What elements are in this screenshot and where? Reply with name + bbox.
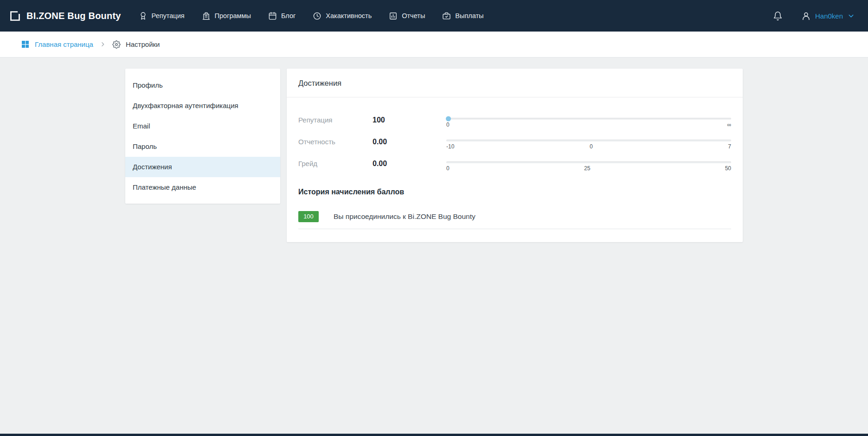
- achievements-panel: Достижения Репутация 100 0 ∞: [287, 69, 743, 242]
- metric-value: 100: [373, 115, 446, 125]
- nav-item-label: Блог: [281, 12, 296, 19]
- grade-scale: 0 25 50: [446, 159, 731, 172]
- bizone-logo-icon: [9, 10, 21, 22]
- nav-item-label: Выплаты: [455, 12, 483, 19]
- nav-item-label: Репутация: [152, 12, 185, 19]
- settings-item-payment-data[interactable]: Платежные данные: [125, 177, 280, 198]
- top-navbar: BI.ZONE Bug Bounty Репутация Программы: [0, 0, 868, 32]
- breadcrumb-home-link[interactable]: Главная страница: [21, 40, 93, 49]
- programs-icon: [202, 12, 211, 20]
- tick-mid: 0: [590, 143, 593, 150]
- metric-label: Отчетность: [298, 137, 373, 147]
- breadcrumb-current-label: Настройки: [126, 40, 160, 48]
- payouts-icon: [442, 12, 451, 20]
- settings-item-profile[interactable]: Профиль: [125, 75, 280, 96]
- scale-track: [446, 161, 731, 163]
- scale-track: [446, 118, 731, 120]
- tick-left: 0: [446, 165, 450, 172]
- notifications-button[interactable]: [773, 11, 783, 21]
- tick-right: ∞: [727, 122, 731, 128]
- breadcrumb-home-label: Главная страница: [35, 40, 93, 48]
- home-grid-icon: [21, 40, 30, 49]
- reports-icon: [389, 12, 398, 20]
- scale-ticks: 0 ∞: [446, 122, 731, 128]
- hacktivity-icon: [313, 12, 321, 20]
- tick-left: -10: [446, 143, 454, 150]
- reputation-scale: 0 ∞: [446, 115, 731, 128]
- main-content: Профиль Двухфакторная аутентификация Ema…: [125, 69, 743, 242]
- reputation-icon: [139, 12, 148, 20]
- user-menu[interactable]: Han0ken: [801, 11, 855, 21]
- tick-mid: 25: [584, 165, 590, 172]
- nav-item-payouts[interactable]: Выплаты: [442, 12, 483, 20]
- nav-item-hacktivity[interactable]: Хакактивность: [313, 12, 372, 20]
- tick-right: 7: [728, 143, 731, 150]
- metric-value: 0.00: [373, 159, 446, 168]
- history-row: 100 Вы присоединились к Bi.ZONE Bug Boun…: [298, 211, 731, 229]
- chevron-down-icon: [847, 12, 855, 20]
- nav-item-label: Хакактивность: [326, 12, 372, 19]
- page: BI.ZONE Bug Bounty Репутация Программы: [0, 0, 868, 242]
- nav-item-label: Отчеты: [402, 12, 425, 19]
- user-icon: [801, 11, 811, 21]
- reporting-scale: -10 0 7: [446, 137, 731, 150]
- settings-item-achievements[interactable]: Достижения: [125, 157, 280, 177]
- nav-item-programs[interactable]: Программы: [202, 12, 251, 20]
- metric-label: Грейд: [298, 159, 373, 168]
- username: Han0ken: [815, 12, 843, 20]
- metric-value: 0.00: [373, 137, 446, 147]
- panel-title: Достижения: [287, 69, 743, 97]
- brand-home-link[interactable]: BI.ZONE Bug Bounty: [9, 10, 121, 22]
- footer-edge: [0, 434, 868, 436]
- breadcrumb-current: Настройки: [112, 40, 160, 49]
- chevron-right-icon: [100, 41, 106, 47]
- navbar-right: Han0ken: [773, 11, 855, 21]
- nav-item-reports[interactable]: Отчеты: [389, 12, 425, 20]
- metric-label: Репутация: [298, 115, 373, 125]
- scale-track: [446, 140, 731, 141]
- settings-item-2fa[interactable]: Двухфакторная аутентификация: [125, 96, 280, 116]
- brand-title: BI.ZONE Bug Bounty: [26, 11, 121, 21]
- nav-item-reputation[interactable]: Репутация: [139, 12, 185, 20]
- scale-ticks: 0 25 50: [446, 165, 731, 172]
- breadcrumb: Главная страница Настройки: [0, 32, 868, 58]
- points-badge: 100: [298, 211, 319, 222]
- history-text: Вы присоединились к Bi.ZONE Bug Bounty: [334, 212, 476, 221]
- panel-body: Репутация 100 0 ∞ От: [287, 97, 743, 242]
- main-nav: Репутация Программы Блог: [139, 12, 484, 20]
- scale-marker: [446, 116, 451, 122]
- settings-item-email[interactable]: Email: [125, 116, 280, 136]
- tick-right: 50: [725, 165, 731, 172]
- metric-row-reputation: Репутация 100 0 ∞: [298, 112, 731, 131]
- scale-ticks: -10 0 7: [446, 143, 731, 150]
- bell-icon: [773, 11, 783, 21]
- settings-item-password[interactable]: Пароль: [125, 136, 280, 157]
- metric-row-reporting: Отчетность 0.00 -10 0 7: [298, 134, 731, 153]
- history-title: История начисления баллов: [298, 188, 731, 196]
- settings-nav: Профиль Двухфакторная аутентификация Ema…: [125, 69, 280, 204]
- nav-item-blog[interactable]: Блог: [268, 12, 296, 20]
- metric-row-grade: Грейд 0.00 0 25 50: [298, 156, 731, 175]
- tick-left: 0: [446, 122, 450, 128]
- gear-icon: [112, 40, 121, 49]
- blog-icon: [268, 12, 277, 20]
- nav-item-label: Программы: [215, 12, 251, 19]
